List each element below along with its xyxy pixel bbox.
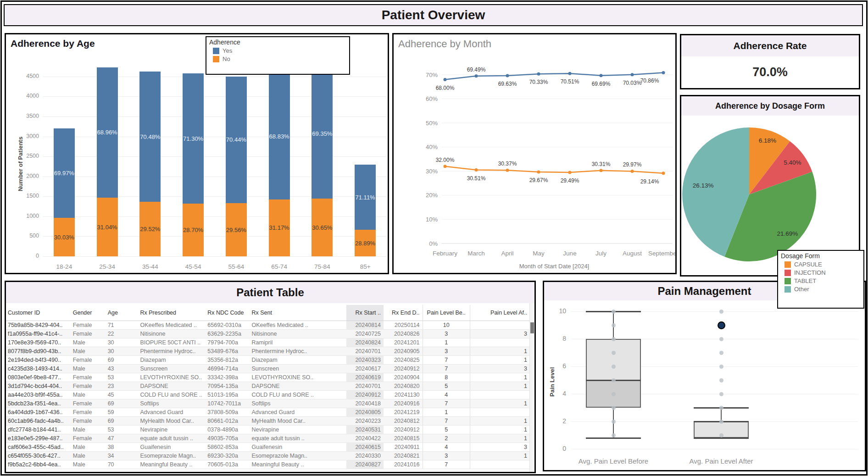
table-row[interactable]: f9b5a2c2-6bb4-4ea..Male70Meaningful Beau… bbox=[6, 460, 532, 469]
table-cell[interactable]: 20240826 bbox=[384, 330, 423, 338]
data-point[interactable] bbox=[612, 406, 616, 410]
data-point[interactable] bbox=[719, 392, 723, 396]
table-cell[interactable]: 5 bbox=[423, 426, 470, 434]
table-cell[interactable]: Nevirapine bbox=[250, 426, 346, 434]
table-cell[interactable]: caf606e3-455c-45ad.. bbox=[6, 443, 71, 452]
table-cell[interactable] bbox=[470, 321, 532, 330]
table-cell[interactable]: 8077f8b9-dd90-43b.. bbox=[6, 347, 71, 356]
table-cell[interactable]: Female bbox=[71, 408, 106, 417]
table-cell[interactable]: 7 bbox=[423, 460, 470, 469]
table-row[interactable]: aa44e203-bf9f-455a..Male45COLD FLU and S… bbox=[6, 391, 532, 399]
table-cell[interactable]: 20241201 bbox=[384, 338, 423, 347]
table-cell[interactable]: 3 bbox=[470, 365, 532, 373]
data-point[interactable] bbox=[719, 406, 723, 410]
table-cell[interactable]: 2e194ded-b4f3-490.. bbox=[6, 356, 71, 365]
line-point[interactable] bbox=[600, 169, 603, 172]
line-point[interactable] bbox=[475, 74, 478, 77]
table-cell[interactable]: 20240916 bbox=[384, 399, 423, 408]
table-cell[interactable]: 20240814 bbox=[346, 321, 384, 330]
table-cell[interactable]: LEVOTHYROXINE SO.. bbox=[139, 373, 206, 382]
bar-segment-no[interactable]: 30.03% bbox=[54, 218, 75, 256]
table-cell[interactable]: 1 bbox=[470, 452, 532, 460]
table-cell[interactable]: Nevirapine bbox=[139, 426, 206, 434]
line-point[interactable] bbox=[631, 73, 634, 76]
table-cell[interactable]: 10 bbox=[423, 321, 470, 330]
table-cell[interactable]: 75b9a85b-8429-404.. bbox=[6, 321, 71, 330]
table-cell[interactable]: MyHealth Mood Car.. bbox=[250, 417, 346, 426]
bar-segment-yes[interactable]: 68.96% bbox=[97, 67, 118, 198]
table-cell[interactable]: 20240422 bbox=[346, 434, 384, 443]
table-cell[interactable]: 7 bbox=[423, 365, 470, 373]
table-row[interactable]: 3d1d794c-bcd4-404..Female23DAPSONE70954-… bbox=[6, 382, 532, 391]
table-cell[interactable]: f1a0955a-ff9e-41c4-.. bbox=[6, 330, 71, 338]
bar-segment-no[interactable]: 28.70% bbox=[183, 204, 204, 256]
table-cell[interactable]: 20250114 bbox=[384, 321, 423, 330]
table-row[interactable]: c654f055-30c6-427..Male34Esomeprazole Ma… bbox=[6, 452, 532, 460]
table-cell[interactable]: Female bbox=[71, 330, 106, 338]
table-cell[interactable]: 69230-320a bbox=[206, 452, 250, 460]
table-cell[interactable]: 53489-676a bbox=[206, 347, 250, 356]
data-point[interactable] bbox=[719, 310, 723, 314]
line-point[interactable] bbox=[662, 71, 665, 74]
table-cell[interactable]: 23 bbox=[106, 382, 139, 391]
whisker-cap[interactable] bbox=[694, 437, 749, 439]
table-cell[interactable]: 60c1ab96-fadc-4a4b.. bbox=[6, 417, 71, 426]
highlighted-point[interactable] bbox=[718, 321, 725, 329]
table-cell[interactable]: 20240805 bbox=[346, 408, 384, 417]
table-cell[interactable]: 1 bbox=[470, 347, 532, 356]
table-cell[interactable]: OKeeffes Medicated .. bbox=[250, 321, 346, 330]
box[interactable] bbox=[586, 339, 641, 408]
table-cell[interactable] bbox=[470, 460, 532, 469]
table-cell[interactable]: 45 bbox=[106, 391, 139, 399]
table-cell[interactable]: Advanced Guard bbox=[250, 408, 346, 417]
table-cell[interactable]: Male bbox=[71, 426, 106, 434]
table-cell[interactable]: 20240617 bbox=[346, 365, 384, 373]
table-row[interactable]: 5bdcb23a-f351-4ea..Female69Softlips10742… bbox=[6, 399, 532, 408]
data-point[interactable] bbox=[612, 378, 616, 382]
table-cell[interactable]: 5 bbox=[423, 382, 470, 391]
column-header[interactable]: Rx Start .. bbox=[346, 305, 384, 321]
table-cell[interactable]: 20240701 bbox=[346, 347, 384, 356]
table-cell[interactable]: LEVOTHYROXINE SO.. bbox=[250, 373, 346, 382]
table-cell[interactable]: 20240531 bbox=[346, 426, 384, 434]
table-cell[interactable]: 3 bbox=[470, 330, 532, 338]
column-header[interactable]: Pain Level Af.. bbox=[470, 305, 532, 321]
table-cell[interactable]: 7 bbox=[423, 417, 470, 426]
table-cell[interactable]: 20240821 bbox=[384, 452, 423, 460]
data-point[interactable] bbox=[612, 392, 616, 396]
table-cell[interactable]: 20240824 bbox=[346, 338, 384, 347]
data-point[interactable] bbox=[612, 420, 616, 424]
table-cell[interactable]: 20240323 bbox=[346, 356, 384, 365]
table-cell[interactable]: 46994-714a bbox=[206, 365, 250, 373]
table-cell[interactable]: 20241130 bbox=[384, 391, 423, 399]
table-cell[interactable]: 20240815 bbox=[384, 434, 423, 443]
table-cell[interactable]: 2 bbox=[423, 434, 470, 443]
table-cell[interactable]: 3 bbox=[423, 330, 470, 338]
table-cell[interactable]: 20240912 bbox=[346, 391, 384, 399]
table-row[interactable]: f1a0955a-ff9e-41c4-..Female22Nitisinone6… bbox=[6, 330, 532, 338]
column-header[interactable]: Age bbox=[106, 305, 139, 321]
table-cell[interactable]: 20240418 bbox=[346, 399, 384, 408]
column-header[interactable]: Rx Prescribed bbox=[139, 305, 206, 321]
table-cell[interactable]: Female bbox=[71, 373, 106, 382]
table-cell[interactable]: 70605-013a bbox=[206, 460, 250, 469]
table-cell[interactable]: 3d1d794c-bcd4-404.. bbox=[6, 382, 71, 391]
table-cell[interactable]: 6a404dd9-1b67-436.. bbox=[6, 408, 71, 417]
table-cell[interactable]: Phentermine Hydroc.. bbox=[139, 347, 206, 356]
bar-segment-yes[interactable]: 69.35% bbox=[312, 68, 333, 199]
table-cell[interactable]: dfc27748-b184-441.. bbox=[6, 426, 71, 434]
table-cell[interactable] bbox=[470, 391, 532, 399]
table-cell[interactable]: Female bbox=[71, 321, 106, 330]
table-cell[interactable]: Female bbox=[71, 434, 106, 443]
line-point[interactable] bbox=[600, 74, 603, 77]
column-header[interactable]: Customer ID bbox=[6, 305, 71, 321]
legend-item-yes[interactable]: Yes bbox=[213, 47, 346, 54]
bar-segment-no[interactable]: 28.89% bbox=[355, 230, 376, 256]
table-cell[interactable]: 69 bbox=[106, 399, 139, 408]
table-cell[interactable]: 7 bbox=[423, 356, 470, 365]
line-point[interactable] bbox=[537, 72, 540, 76]
table-cell[interactable]: 0803e0ef-9be8-477.. bbox=[6, 373, 71, 382]
table-cell[interactable]: 20240904 bbox=[384, 373, 423, 382]
table-cell[interactable] bbox=[470, 338, 532, 347]
table-cell[interactable]: 1 bbox=[470, 399, 532, 408]
